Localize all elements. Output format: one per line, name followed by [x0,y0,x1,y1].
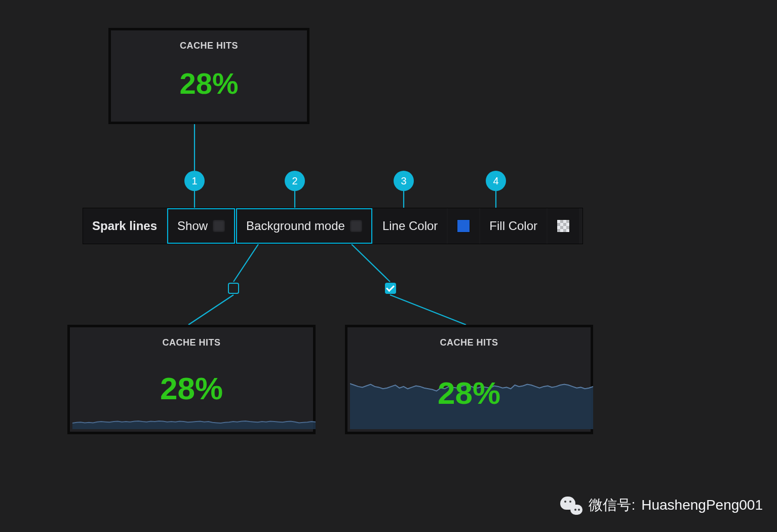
badge-1: 1 [184,171,205,191]
panel-bottom-right: CACHE HITS 28% [345,325,593,434]
panel-bottom-left: CACHE HITS 28% [67,325,316,434]
svg-line-8 [390,295,466,325]
toolbar-show-label: Show [177,219,208,233]
badge-4: 4 [486,171,506,191]
toolbar-show-cell[interactable]: Show [167,208,235,244]
connector-lines [0,0,777,532]
example-checkbox-unchecked [228,283,239,294]
watermark-value: HuashengPeng001 [641,497,763,513]
badge-3: 3 [394,171,414,191]
svg-line-6 [188,295,234,325]
panel-bottom-left-title: CACHE HITS [70,337,313,348]
svg-line-5 [234,244,258,282]
show-checkbox[interactable] [213,220,225,232]
watermark: 微信号: HuashengPeng001 [559,493,763,517]
example-checkbox-checked [385,283,396,294]
fill-color-swatch[interactable] [557,219,570,233]
sparkline-toolbar: Spark lines Show Background mode Line Co… [83,208,583,244]
toolbar-fill-color-label: Fill Color [489,219,537,233]
watermark-label: 微信号: [589,496,635,515]
toolbar-line-color-label: Line Color [382,219,438,233]
line-color-swatch[interactable] [457,219,470,233]
badge-2: 2 [285,171,305,191]
wechat-icon [559,493,582,517]
background-mode-checkbox[interactable] [350,220,362,232]
toolbar-background-mode-label: Background mode [246,219,345,233]
fill-color-swatch-wrap[interactable] [548,208,579,244]
line-color-swatch-wrap[interactable] [448,208,479,244]
toolbar-fill-color-cell[interactable]: Fill Color [480,208,547,244]
toolbar-line-color-cell[interactable]: Line Color [373,208,447,244]
sparkline-left [72,401,316,429]
toolbar-background-mode-cell[interactable]: Background mode [236,208,372,244]
svg-line-7 [352,244,390,282]
panel-bottom-right-value: 28% [347,375,591,411]
toolbar-section-label: Spark lines [83,208,166,244]
panel-bottom-right-title: CACHE HITS [347,337,591,348]
